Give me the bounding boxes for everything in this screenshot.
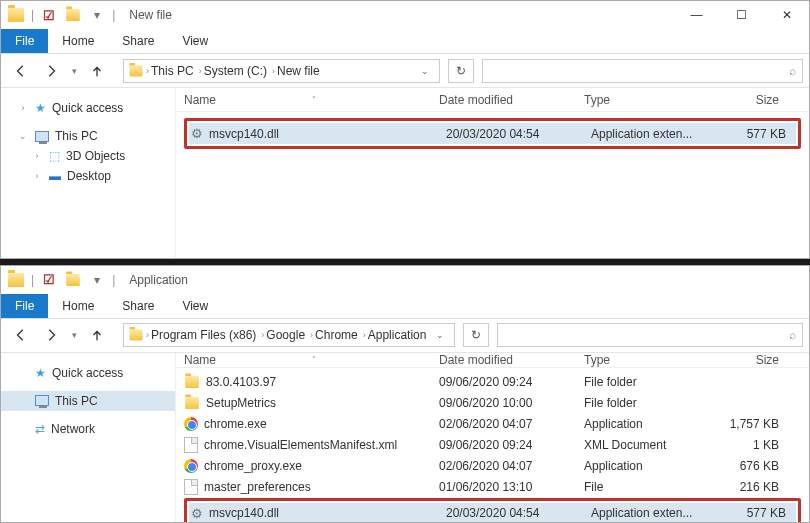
chevron-right-icon[interactable]: › bbox=[363, 330, 366, 340]
chevron-right-icon[interactable]: › bbox=[146, 330, 149, 340]
breadcrumb-3: Application bbox=[368, 328, 427, 342]
sidebar-item-quick-access[interactable]: ★Quick access bbox=[1, 363, 175, 383]
breadcrumb-1: System (C:)› bbox=[204, 64, 275, 78]
back-button[interactable] bbox=[7, 58, 35, 84]
explorer-window-1: | ☑ ▾ | New file — ☐ ✕ File Home Share V… bbox=[0, 0, 810, 259]
pc-icon bbox=[35, 395, 49, 406]
chevron-right-icon[interactable]: › bbox=[310, 330, 313, 340]
close-button[interactable]: ✕ bbox=[764, 1, 809, 29]
back-button[interactable] bbox=[7, 322, 35, 348]
sidebar-item-this-pc[interactable]: ⌄This PC bbox=[1, 126, 175, 146]
address-bar[interactable]: › This PC› System (C:)› New file ⌄ bbox=[123, 59, 440, 83]
up-button[interactable] bbox=[83, 58, 111, 84]
star-icon: ★ bbox=[35, 366, 46, 380]
qat-divider: | bbox=[29, 8, 36, 22]
maximize-button[interactable]: ☐ bbox=[719, 1, 764, 29]
forward-button[interactable] bbox=[37, 58, 65, 84]
tab-share[interactable]: Share bbox=[108, 29, 168, 53]
chevron-right-icon[interactable]: › bbox=[17, 103, 29, 113]
col-date[interactable]: Date modified bbox=[439, 93, 584, 107]
navbar: ▾ › Program Files (x86)› Google› Chrome›… bbox=[1, 319, 809, 353]
folder-icon bbox=[185, 397, 199, 409]
sidebar-item-quick-access[interactable]: ›★Quick access bbox=[1, 98, 175, 118]
sidebar-item-desktop[interactable]: ›▬Desktop bbox=[1, 166, 175, 186]
qat-dropdown-icon[interactable]: ▾ bbox=[86, 4, 108, 26]
col-name[interactable]: Name˄ bbox=[184, 353, 439, 367]
breadcrumb-2: New file bbox=[277, 64, 320, 78]
qat-dropdown-icon[interactable]: ▾ bbox=[86, 269, 108, 291]
col-type[interactable]: Type bbox=[584, 353, 714, 367]
chevron-right-icon[interactable]: › bbox=[199, 66, 202, 76]
sidebar-item-3d-objects[interactable]: ›⬚3D Objects bbox=[1, 146, 175, 166]
recent-dropdown-icon[interactable]: ▾ bbox=[67, 322, 81, 348]
breadcrumb-0: This PC› bbox=[151, 64, 202, 78]
qat-divider-2: | bbox=[110, 273, 117, 287]
address-dropdown-icon[interactable]: ⌄ bbox=[415, 66, 435, 76]
recent-dropdown-icon[interactable]: ▾ bbox=[67, 58, 81, 84]
tab-home[interactable]: Home bbox=[48, 29, 108, 53]
gear-icon: ⚙ bbox=[191, 506, 203, 521]
network-icon: ⇄ bbox=[35, 422, 45, 436]
column-headers: Name˄ Date modified Type Size bbox=[176, 88, 809, 112]
chevron-right-icon[interactable]: › bbox=[31, 171, 43, 181]
folder-icon bbox=[5, 4, 27, 26]
refresh-button[interactable]: ↻ bbox=[463, 323, 489, 347]
forward-button[interactable] bbox=[37, 322, 65, 348]
col-size[interactable]: Size bbox=[714, 93, 779, 107]
window-title: Application bbox=[129, 273, 188, 287]
star-icon: ★ bbox=[35, 101, 46, 115]
file-row[interactable]: 83.0.4103.97 09/06/2020 09:24 File folde… bbox=[182, 372, 803, 393]
up-button[interactable] bbox=[83, 322, 111, 348]
col-size[interactable]: Size bbox=[714, 353, 779, 367]
ribbon: File Home Share View bbox=[1, 294, 809, 319]
navbar: ▾ › This PC› System (C:)› New file ⌄ ↻ ⌕ bbox=[1, 54, 809, 88]
chrome-icon bbox=[184, 459, 198, 473]
search-input[interactable]: ⌕ bbox=[497, 323, 803, 347]
sidebar-item-network[interactable]: ⇄Network bbox=[1, 419, 175, 439]
chevron-right-icon[interactable]: › bbox=[272, 66, 275, 76]
chevron-right-icon[interactable]: › bbox=[261, 330, 264, 340]
properties-check-icon[interactable]: ☑ bbox=[38, 269, 60, 291]
tab-file[interactable]: File bbox=[1, 294, 48, 318]
file-icon bbox=[184, 437, 198, 453]
tab-share[interactable]: Share bbox=[108, 294, 168, 318]
qat-divider: | bbox=[29, 273, 36, 287]
chevron-right-icon[interactable]: › bbox=[146, 66, 149, 76]
refresh-button[interactable]: ↻ bbox=[448, 59, 474, 83]
highlight-box: ⚙msvcp140.dll 20/03/2020 04:54 Applicati… bbox=[184, 498, 801, 523]
tab-view[interactable]: View bbox=[168, 29, 222, 53]
chevron-right-icon[interactable]: › bbox=[31, 151, 43, 161]
explorer-window-2: | ☑ ▾ | Application File Home Share View… bbox=[0, 265, 810, 524]
file-row[interactable]: master_preferences 01/06/2020 13:10 File… bbox=[182, 477, 803, 498]
col-name[interactable]: Name˄ bbox=[184, 93, 439, 107]
search-input[interactable]: ⌕ bbox=[482, 59, 803, 83]
col-type[interactable]: Type bbox=[584, 93, 714, 107]
tab-file[interactable]: File bbox=[1, 29, 48, 53]
file-row[interactable]: ⚙msvcp140.dll 20/03/2020 04:54 Applicati… bbox=[189, 503, 796, 523]
minimize-button[interactable]: — bbox=[674, 1, 719, 29]
sidebar-item-this-pc[interactable]: This PC bbox=[1, 391, 175, 411]
tab-home[interactable]: Home bbox=[48, 294, 108, 318]
new-folder-icon[interactable] bbox=[62, 4, 84, 26]
tab-view[interactable]: View bbox=[168, 294, 222, 318]
sidebar: ›★Quick access ⌄This PC ›⬚3D Objects ›▬D… bbox=[1, 88, 176, 258]
cube-icon: ⬚ bbox=[49, 149, 60, 163]
breadcrumb-1: Google› bbox=[266, 328, 313, 342]
gear-icon: ⚙ bbox=[191, 126, 203, 141]
new-folder-icon[interactable] bbox=[62, 269, 84, 291]
qat-divider-2: | bbox=[110, 8, 117, 22]
desktop-icon: ▬ bbox=[49, 169, 61, 183]
folder-icon bbox=[130, 65, 143, 76]
pc-icon bbox=[35, 131, 49, 142]
col-date[interactable]: Date modified bbox=[439, 353, 584, 367]
breadcrumb-0: Program Files (x86)› bbox=[151, 328, 264, 342]
file-row[interactable]: chrome.exe 02/06/2020 04:07 Application … bbox=[182, 414, 803, 435]
file-row[interactable]: ⚙msvcp140.dll 20/03/2020 04:54 Applicati… bbox=[189, 123, 796, 144]
address-dropdown-icon[interactable]: ⌄ bbox=[430, 330, 450, 340]
file-row[interactable]: chrome.VisualElementsManifest.xml 09/06/… bbox=[182, 435, 803, 456]
chevron-down-icon[interactable]: ⌄ bbox=[17, 131, 29, 141]
file-row[interactable]: chrome_proxy.exe 02/06/2020 04:07 Applic… bbox=[182, 456, 803, 477]
file-row[interactable]: SetupMetrics 09/06/2020 10:00 File folde… bbox=[182, 393, 803, 414]
properties-check-icon[interactable]: ☑ bbox=[38, 4, 60, 26]
address-bar[interactable]: › Program Files (x86)› Google› Chrome› A… bbox=[123, 323, 455, 347]
